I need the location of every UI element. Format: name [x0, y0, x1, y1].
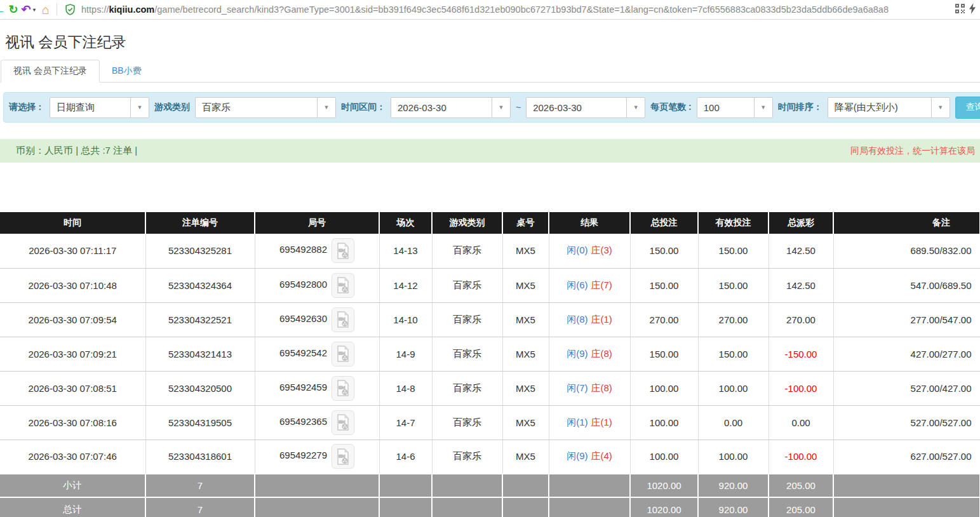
- date-from-select[interactable]: 2026-03-30 ▼: [391, 97, 511, 118]
- header-time: 时间: [0, 212, 145, 234]
- tab-bet-records[interactable]: 视讯 会员下注纪录: [1, 60, 100, 83]
- remark-cell: 689.50/832.00: [833, 234, 980, 268]
- page-size-label: 每页笔数 :: [650, 102, 692, 113]
- remark-cell: 427.00/277.00: [833, 337, 980, 371]
- valid-bet-notice: 同局有效投注，统一计算在该局: [850, 145, 975, 157]
- result-player: 闲(7): [567, 382, 587, 393]
- total-row: 总计 7 1020.00 920.00 205.00: [0, 497, 980, 517]
- date-range-label: 时间区间：: [341, 102, 386, 113]
- round-no-cell: 695492542: [255, 337, 379, 371]
- remark-cell: 277.00/547.00: [833, 302, 980, 337]
- session-cell: 14-6: [379, 440, 432, 474]
- tab-bb-tips[interactable]: BB小费: [100, 60, 154, 82]
- page-size-value: 100: [697, 98, 754, 117]
- valid-bet-cell: 100.00: [698, 440, 769, 474]
- video-replay-button[interactable]: [332, 342, 354, 366]
- table-no-cell: MX5: [502, 302, 549, 337]
- video-replay-button[interactable]: [332, 376, 354, 401]
- undo-dropdown-icon[interactable]: ▾: [31, 7, 37, 13]
- subtotal-valid-bet: 920.00: [698, 474, 769, 497]
- valid-bet-cell: 150.00: [698, 337, 769, 371]
- video-replay-button[interactable]: [332, 307, 354, 332]
- session-cell: 14-10: [379, 302, 432, 337]
- lightning-icon[interactable]: [969, 3, 976, 17]
- chevron-down-icon: ▼: [317, 98, 335, 117]
- sort-order-label: 时间排序：: [778, 102, 822, 113]
- address-bar[interactable]: https://kiqiiu.com/game/betrecord_search…: [81, 4, 953, 15]
- total-label: 总计: [0, 497, 145, 517]
- back-icon[interactable]: ←: [0, 1, 6, 18]
- time-cell: 2026-03-30 07:07:46: [0, 440, 145, 474]
- total-bet-link[interactable]: 150.00: [630, 234, 698, 268]
- table-row: 2026-03-30 07:08:51 523304320500 6954924…: [0, 371, 980, 405]
- total-bet-link[interactable]: 150.00: [630, 268, 698, 302]
- round-no-cell: 695492459: [255, 371, 379, 405]
- result-player: 闲(1): [567, 417, 587, 427]
- home-icon[interactable]: ⌂: [37, 3, 54, 17]
- query-type-select[interactable]: 日期查询 ▼: [50, 97, 149, 118]
- sort-order-select[interactable]: 降幂(由大到小) ▼: [828, 97, 950, 118]
- header-round-no: 局号: [255, 212, 379, 234]
- game-type-cell: 百家乐: [432, 405, 502, 440]
- result-banker: 庄(1): [591, 417, 612, 427]
- url-domain: kiqiiu.com: [109, 4, 155, 15]
- total-bet-link[interactable]: 270.00: [630, 302, 698, 337]
- game-type-select[interactable]: 百家乐 ▼: [195, 97, 336, 118]
- table-no-cell: MX5: [502, 440, 549, 474]
- header-remark: 备注: [833, 212, 980, 234]
- result-cell: 闲(7)庄(8): [549, 371, 630, 405]
- tab-bar: 视讯 会员下注纪录 BB小费: [0, 62, 980, 83]
- table-row: 2026-03-30 07:10:48 523304324364 6954928…: [0, 268, 980, 302]
- valid-bet-cell: 0.00: [698, 405, 769, 440]
- total-bet-link[interactable]: 100.00: [630, 405, 698, 440]
- result-banker: 庄(3): [591, 245, 612, 255]
- header-result: 结果: [549, 212, 630, 234]
- session-cell: 14-13: [379, 234, 432, 268]
- search-button[interactable]: 查询: [955, 97, 980, 119]
- page-size-select[interactable]: 100 ▼: [697, 97, 773, 118]
- subtotal-label: 小计: [0, 474, 145, 497]
- page-title: 视讯 会员下注纪录: [5, 33, 980, 51]
- chevron-down-icon: ▼: [931, 98, 950, 117]
- round-no-cell: 695492365: [255, 405, 379, 440]
- bet-no-cell: 523304322521: [145, 302, 255, 337]
- bet-no-cell: 523304319505: [145, 405, 255, 440]
- security-shield-icon[interactable]: [62, 4, 77, 15]
- round-no-value: 695492800: [279, 279, 327, 290]
- bet-no-cell: 523304325281: [145, 234, 255, 268]
- undo-icon[interactable]: ↶: [21, 3, 31, 17]
- video-replay-button[interactable]: [332, 273, 354, 298]
- video-replay-button[interactable]: [332, 238, 354, 263]
- round-no-value: 695492882: [279, 245, 327, 255]
- video-replay-button[interactable]: [332, 444, 354, 469]
- total-bet-link[interactable]: 100.00: [630, 371, 698, 405]
- filter-bar: 请选择： 日期查询 ▼ 游戏类别 百家乐 ▼ 时间区间： 2026-03-30 …: [3, 92, 980, 123]
- date-to-select[interactable]: 2026-03-30 ▼: [526, 97, 645, 118]
- result-player: 闲(9): [567, 348, 587, 359]
- chevron-down-icon: ▼: [492, 98, 510, 117]
- total-bet-link[interactable]: 100.00: [630, 440, 698, 474]
- table-row: 2026-03-30 07:11:17 523304325281 6954928…: [0, 234, 980, 268]
- game-type-cell: 百家乐: [432, 337, 502, 371]
- qr-code-icon[interactable]: [955, 4, 965, 16]
- remark-cell: 527.00/427.00: [833, 371, 980, 405]
- table-no-cell: MX5: [502, 371, 549, 405]
- header-valid-bet: 有效投注: [698, 212, 769, 234]
- chevron-down-icon: ▼: [626, 98, 645, 117]
- valid-bet-cell: 150.00: [698, 268, 769, 302]
- date-to-value: 2026-03-30: [527, 98, 626, 117]
- round-no-value: 695492459: [279, 382, 327, 393]
- toolbar-divider: [57, 3, 57, 16]
- reload-icon[interactable]: ↻: [6, 3, 21, 17]
- date-from-value: 2026-03-30: [391, 98, 492, 117]
- video-replay-button[interactable]: [332, 410, 354, 435]
- game-type-cell: 百家乐: [432, 371, 502, 405]
- table-row: 2026-03-30 07:07:46 523304318601 6954922…: [0, 440, 980, 474]
- total-valid-bet: 920.00: [698, 497, 769, 517]
- header-bet-no: 注单编号: [145, 212, 255, 234]
- header-table-no: 桌号: [502, 212, 549, 234]
- summary-bar: 币别：人民币 | 总共 :7 注单 | 同局有效投注，统一计算在该局: [0, 139, 980, 163]
- total-count: 7: [145, 497, 255, 517]
- total-bet-link[interactable]: 150.00: [630, 337, 698, 371]
- time-cell: 2026-03-30 07:11:17: [0, 234, 145, 268]
